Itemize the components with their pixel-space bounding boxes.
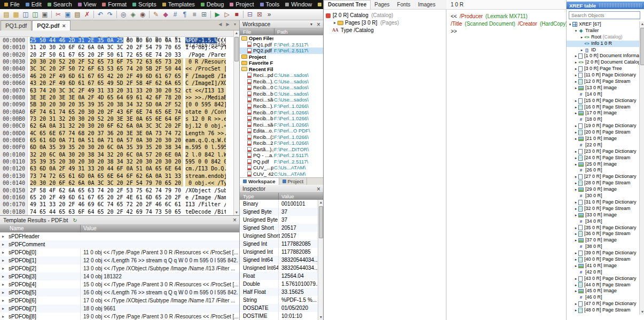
expand-arrow-icon[interactable]: ▸ [574,66,578,72]
inspector-row[interactable]: Unsigned Short20517 [240,232,323,240]
expand-arrow-icon[interactable]: ▾ [568,21,572,28]
expand-arrow-icon[interactable]: ▸ [574,110,578,116]
expand-arrow-icon[interactable]: ▸ [574,231,578,237]
hex-bytes[interactable]: 6F 74 61 74 65 20 30 20 2F 43 6F 6E 74 6… [30,108,183,115]
hex-ascii[interactable]: F /ImageB /Image [185,73,226,80]
xref-item[interactable]: ▸[45 0 R] Image [567,288,639,294]
menu-item-search[interactable]: Search [45,0,76,9]
xref-item[interactable]: #[34 0 R] [567,218,639,225]
hex-row[interactable]: 00:00F06D 0A 35 39 35 20 30 20 6C 0A 35 … [0,144,233,151]
workspace-item[interactable]: PQ2.pdfF:\Perl..2.5117\ [240,48,323,54]
hex-ascii[interactable]: I13 /Filter /Fla [185,201,226,208]
xref-item[interactable]: ▸[29 0 R] Image [567,186,639,193]
hex-row[interactable]: 00:00803E 3E 20 3E 3E 0A 2F 4D 65 64 69 … [0,94,233,101]
xref-item[interactable]: ▸[43 0 R] Page Dictionary [567,276,639,282]
workspace-item[interactable]: PQ.pdfF:\Perl..2.5117\ [240,159,323,165]
expand-arrow-icon[interactable]: ▸ [574,123,578,129]
expand-arrow-icon[interactable]: ▸ [574,79,578,85]
hex-ascii[interactable]: Length 76 >>.str [185,130,226,137]
xref-item[interactable]: #[18 0 R] [567,116,639,123]
hex-bytes[interactable]: 46 20 2F 49 6D 61 67 65 42 20 2F 49 6D 6… [30,73,183,80]
expand-arrow-icon[interactable]: ▸ [2,256,4,264]
close-icon[interactable]: × [317,185,320,193]
inspector-row[interactable]: String%PDF-1.5 %... [240,296,323,304]
workspace-item[interactable]: Recib...(1)22F:\Perl..1.0266\ [240,134,323,141]
xref-item[interactable]: ▾XREF [67] [567,21,639,28]
options-icon[interactable]: ⊠ [255,10,264,19]
hex-ascii[interactable]: C /ImageI]/XObje [185,80,226,87]
xref-item[interactable]: ▸[35 0 R] Page Dictionary [567,225,639,231]
hex-ascii[interactable]: 0 obj.<< /Type [185,179,226,186]
hex-bytes[interactable]: 20 30 20 52 20 2F 52 65 73 6F 75 72 63 6… [30,58,183,65]
menu-item-tools[interactable]: Tools [258,0,284,9]
xref-item[interactable]: #[42 0 R] [567,269,639,276]
template-result-row[interactable]: ▸sPDFObj[8]19 0 obj << /Type /Page /Pare… [0,313,239,320]
template-result-row[interactable]: ▸sPDFObj[7]18 0 obj 9661 [0,305,239,313]
expand-arrow-icon[interactable]: ▸ [2,288,4,296]
xref-item[interactable]: ▸[39 0 R] Page Dictionary [567,250,639,256]
hex-row[interactable]: 00:00E065 61 6D 0A 71 0A 51 0A 71 0A 57 … [0,137,233,144]
scrollbar-thumb[interactable] [640,28,644,65]
scroll-up-icon[interactable]: ▲ [318,200,323,205]
hex-ascii[interactable]: stream.endobj.13 [185,173,226,179]
expand-arrow-icon[interactable]: ▸ [574,225,578,231]
expand-arrow-icon[interactable]: ▸ [574,98,578,104]
workspace-item[interactable]: Favorite Files [240,60,323,66]
xref-item[interactable]: ▸[23 0 R] Page Dictionary [567,149,639,155]
xref-item[interactable]: ▸[21 0 R] Image [567,136,639,142]
hex-bytes[interactable]: 6D 0A 35 39 35 20 30 20 6C 0A 35 39 35 2… [30,144,183,151]
hex-ascii[interactable]: m.595 0 l.595 84 [185,144,226,151]
expand-arrow-icon[interactable]: ▸ [574,174,578,180]
hex-ascii[interactable]: otate 0 /Content [185,108,226,115]
hex-ascii[interactable]: eam.q.Q.q.W.0 0 [185,137,226,144]
xref-item[interactable]: ▸[19 0 R] Page Dictionary [567,123,639,129]
xref-item[interactable]: ▸[13 0 R] Image [567,85,639,91]
workspace-item[interactable]: CUV_ 42 2...C:\Us...ATAM\ [240,171,323,177]
menu-item-debug[interactable]: Debug [199,0,227,9]
refresh-icon[interactable]: ↻ [73,217,77,223]
expand-arrow-icon[interactable]: ▸ [574,276,578,282]
document-tree-item[interactable]: ▸Pages [3 0 R] (Pages) [324,19,446,27]
xref-item[interactable]: ▸[25 0 R] Image [567,161,639,168]
workspace-item[interactable]: Reci...são0C:\Use...sados\ [240,97,323,103]
expand-arrow-icon[interactable]: ▸ [574,237,578,244]
workspace-item[interactable]: Recib...).pdfF:\Perl..1.0266\ [240,103,323,110]
expand-arrow-icon[interactable]: ▸ [574,307,578,314]
expand-arrow-icon[interactable]: ▸ [574,136,578,142]
hex-bytes[interactable]: 73 20 31 32 20 30 20 52 20 3E 3E 0A 65 6… [30,115,183,122]
hex-row[interactable]: 00:007063 74 20 3C 3C 2F 49 31 33 20 31 … [0,87,233,94]
hex-row[interactable]: 00:000025 50 44 46 2D 31 2E 35 0A 25 80 … [0,37,233,44]
menu-item-project[interactable]: Project [227,0,257,9]
xref-item[interactable]: #[14 0 R] [567,91,639,98]
inspector-row[interactable]: Signed Int1177882085 [240,240,323,248]
close-icon[interactable]: × [233,216,237,224]
workspace-item[interactable]: Recib...0.pdfF:\Perl..1.0266\ [240,110,323,116]
xref-item[interactable]: ▸[40 0 R] Page Stream [567,256,639,263]
hex-row[interactable]: 00:018074 65 44 65 63 6F 64 65 20 2F 42 … [0,208,233,215]
xref-item[interactable]: ▸<>Root (Catalog) [567,34,639,41]
scrollbar-thumb[interactable] [234,37,239,61]
expand-arrow-icon[interactable]: ▸ [2,280,4,288]
workspace-item[interactable]: Reci...são0F:\Perl..1.0266\ [240,122,323,128]
open-file-icon[interactable]: ▦ [11,10,21,19]
hex-row[interactable]: 00:010032 20 6C 0A 30 20 38 34 32 20 6C … [0,151,233,158]
inspector-row[interactable]: DOSDATE01/05/2020 [240,304,323,312]
hex-ascii[interactable]: bj.12 0 obj.<< / [185,122,226,129]
copy-icon[interactable]: ▣ [63,10,73,19]
hex-ascii[interactable]: e /Image /Name / [185,194,226,201]
menu-item-file[interactable]: File [2,0,23,9]
workspace-item[interactable]: Reci...pdfC:\Use...sados\ [240,72,323,79]
xref-item[interactable]: ▸[44 0 R] Page Stream [567,282,639,288]
expand-arrow-icon[interactable]: ▸ [574,161,578,168]
xref-item[interactable]: <>Info 1 0 R [567,41,639,47]
xref-item[interactable]: #[46 0 R] [567,294,639,301]
expand-arrow-icon[interactable]: ▸ [574,129,578,136]
xref-item[interactable]: #[30 0 R] [567,193,639,199]
template-result-row[interactable]: ▸sPDFObj[5]16 0 obj << /Length 76 >> str… [0,288,239,296]
template-result-row[interactable]: ▸sPDFObj[3]14 0 obj 181322 [0,272,239,280]
template-result-row[interactable]: ▸sPDFObj[0]11 0 obj << /Type /Page /Pare… [0,248,239,256]
calculator-icon[interactable]: ⊟ [245,10,255,19]
hex-row[interactable]: 00:005046 20 2F 49 6D 61 67 65 42 20 2F … [0,73,233,80]
hex-bytes[interactable]: 20 2F 50 61 67 65 20 2F 50 61 72 65 6E 7… [30,51,183,58]
hex-row[interactable]: 00:002020 2F 50 61 67 65 20 2F 50 61 72 … [0,51,233,58]
